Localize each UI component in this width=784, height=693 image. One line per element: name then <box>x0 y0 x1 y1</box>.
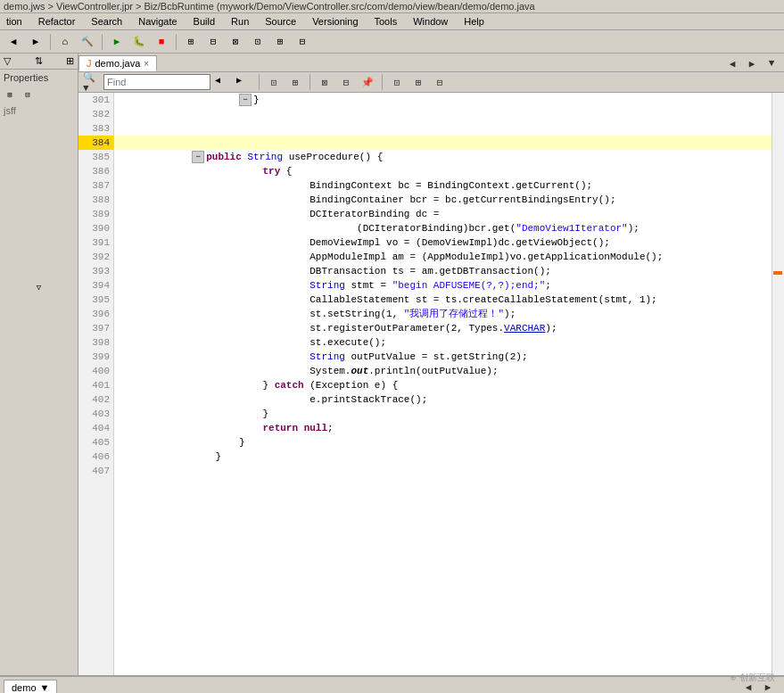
code-line-389: DCIteratorBinding dc = <box>114 207 772 221</box>
back-button[interactable]: ◀ <box>4 33 23 51</box>
left-label-jsff: jsff <box>0 103 78 118</box>
left-btn-1[interactable]: ⊞ <box>2 87 18 102</box>
bottom-area: demo ▼ ◀ ▶ Source Design History 🐛 Debug… <box>0 675 784 693</box>
editor-tab-demo-java[interactable]: J demo.java × <box>78 55 157 71</box>
demo-tab-dropdown[interactable]: ▼ <box>40 682 50 693</box>
line-num-401: 401 <box>78 378 113 392</box>
line-num-387: 387 <box>78 178 113 193</box>
find-collapse-btn[interactable]: ⊟ <box>337 74 355 90</box>
toolbar-btn-6[interactable]: ⊟ <box>293 33 312 51</box>
filter-icon: ▽ <box>4 55 11 67</box>
toolbar-separator-2 <box>102 34 103 50</box>
code-line-386: try { <box>114 164 772 178</box>
menu-item-versioning[interactable]: Versioning <box>309 15 360 28</box>
tab-scroll-right[interactable]: ▶ <box>743 55 761 71</box>
find-mark-btn[interactable]: 📌 <box>359 74 376 90</box>
line-num-403: 403 <box>78 407 113 421</box>
toolbar-btn-1[interactable]: ⊞ <box>181 33 201 51</box>
code-line-394: String stmt = "begin ADFUSEME(?,?);end;"… <box>114 278 772 293</box>
code-line-402: e.printStackTrace(); <box>114 392 772 407</box>
code-line-406: } <box>114 450 772 464</box>
demo-tab[interactable]: demo ▼ <box>4 680 57 693</box>
editor-scrollbar <box>772 93 784 675</box>
toolbar-btn-3[interactable]: ⊠ <box>226 33 245 51</box>
menu-item-help[interactable]: Help <box>461 15 487 28</box>
code-line-391: DemoViewImpl vo = (DemoViewImpl)dc.getVi… <box>114 235 772 250</box>
find-options-btn[interactable]: ⊞ <box>286 74 304 90</box>
find-extra-1[interactable]: ⊡ <box>388 74 406 90</box>
code-line-398: st.execute(); <box>114 335 772 350</box>
fold-301[interactable]: − <box>239 94 252 106</box>
code-line-397: st.registerOutParameter(2, Types.VARCHAR… <box>114 321 772 335</box>
find-prev-btn[interactable]: ◀ <box>214 74 232 90</box>
line-num-395: 395 <box>78 293 113 307</box>
find-highlight-btn[interactable]: ⊡ <box>265 74 283 90</box>
run-button[interactable]: ▶ <box>107 33 127 51</box>
toolbar-btn-4[interactable]: ⊡ <box>248 33 268 51</box>
code-line-393: DBTransaction ts = am.getDBTransaction()… <box>114 264 772 278</box>
build-button[interactable]: 🔨 <box>78 33 97 51</box>
find-next-btn[interactable]: ▶ <box>235 74 253 90</box>
expand-icon: ⊞ <box>66 55 74 67</box>
line-num-392: 392 <box>78 250 113 264</box>
tab-dropdown[interactable]: ▼ <box>763 55 780 71</box>
menu-item-build[interactable]: Build <box>191 15 218 28</box>
toolbar-btn-5[interactable]: ⊞ <box>270 33 290 51</box>
left-btn-2[interactable]: ⊟ <box>20 87 36 102</box>
code-line-383 <box>114 121 772 136</box>
line-num-402: 402 <box>78 392 113 407</box>
menu-item-refactor[interactable]: Refactor <box>36 15 78 28</box>
code-line-382 <box>114 107 772 121</box>
code-line-301: −} <box>114 93 772 107</box>
find-expand-btn[interactable]: ⊠ <box>316 74 334 90</box>
forward-button[interactable]: ▶ <box>26 33 45 51</box>
find-extra-2[interactable]: ⊞ <box>409 74 427 90</box>
menu-item-navigate[interactable]: Navigate <box>136 15 179 28</box>
menu-item-run[interactable]: Run <box>228 15 252 28</box>
menu-item-search[interactable]: Search <box>88 15 125 28</box>
toolbar-separator-1 <box>50 34 51 50</box>
tab-close-button[interactable]: × <box>144 59 149 69</box>
code-line-407 <box>114 464 772 478</box>
find-extra-3[interactable]: ⊟ <box>431 74 449 90</box>
line-num-404: 404 <box>78 421 113 435</box>
editor-area: J demo.java × ◀ ▶ ▼ 🔍▼ ◀ ▶ ⊡ ⊞ ⊠ ⊟ 📌 ⊡ <box>78 54 784 675</box>
line-num-385: 385 <box>78 150 113 164</box>
left-btn-row: ⊞ ⊟ <box>0 86 78 103</box>
line-num-389: 389 <box>78 207 113 221</box>
line-num-407: 407 <box>78 464 113 478</box>
fold-385[interactable]: − <box>192 151 204 163</box>
menu-item-tools[interactable]: Tools <box>372 15 400 28</box>
home-button[interactable]: ⌂ <box>55 33 75 51</box>
stop-button[interactable]: ■ <box>152 33 171 51</box>
menu-item-action[interactable]: tion <box>4 15 25 28</box>
demo-tab-bar: demo ▼ ◀ ▶ <box>0 677 784 693</box>
properties-label: Properties <box>0 70 78 86</box>
code-content[interactable]: −} −public String useProcedure() { t <box>114 93 772 675</box>
code-line-399: String outPutValue = st.getString(2); <box>114 350 772 364</box>
find-input[interactable] <box>103 74 210 90</box>
code-line-401: } catch (Exception e) { <box>114 378 772 392</box>
sort-icon: ⇅ <box>35 55 43 67</box>
menu-item-source[interactable]: Source <box>262 15 299 28</box>
find-sep-2 <box>309 74 310 90</box>
line-num-400: 400 <box>78 364 113 378</box>
debug-button[interactable]: 🐛 <box>129 33 149 51</box>
tab-scroll-left[interactable]: ◀ <box>723 55 741 71</box>
find-dropdown-icon[interactable]: 🔍▼ <box>82 74 100 90</box>
line-num-394: 394 <box>78 278 113 293</box>
left-filter-btn[interactable]: ▽ <box>2 280 76 294</box>
find-sep-3 <box>382 74 383 90</box>
code-line-395: CallableStatement st = ts.createCallable… <box>114 293 772 307</box>
line-num-388: 388 <box>78 193 113 207</box>
line-num-386: 386 <box>78 164 113 178</box>
java-file-icon: J <box>87 58 92 69</box>
toolbar-btn-2[interactable]: ⊟ <box>203 33 223 51</box>
tab-label: demo.java <box>95 58 141 69</box>
code-line-400: System.out.println(outPutValue); <box>114 364 772 378</box>
left-panel-header: ▽ ⇅ ⊞ <box>0 54 78 70</box>
menu-item-window[interactable]: Window <box>410 15 450 28</box>
watermark: ⊕ 创新互联 <box>730 672 775 684</box>
code-line-404: return null; <box>114 421 772 435</box>
breadcrumb: demo.jws > ViewController.jpr > Biz/BcbR… <box>0 0 784 13</box>
